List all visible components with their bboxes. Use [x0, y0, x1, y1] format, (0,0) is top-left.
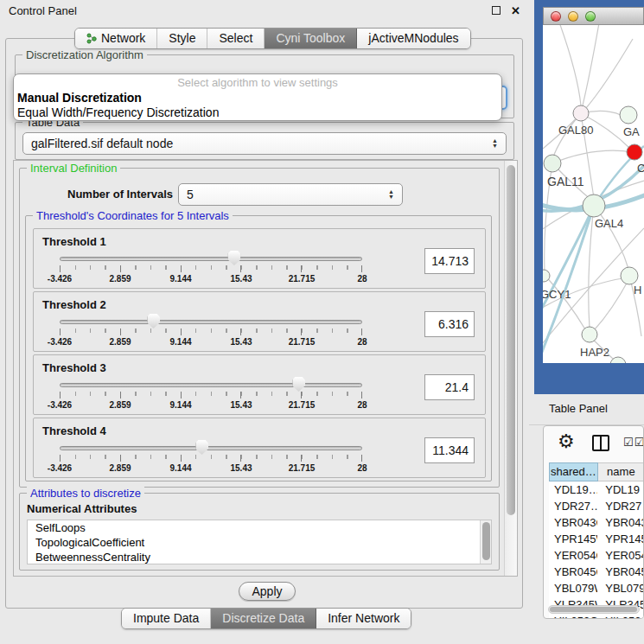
node-selected-red[interactable]: [627, 144, 642, 160]
list-scrollbar-thumb[interactable]: [482, 522, 490, 560]
node-gal11[interactable]: [544, 155, 561, 172]
tab-label: Infer Network: [328, 609, 399, 628]
node-gal80[interactable]: [573, 105, 589, 121]
tab-cyni-toolbox[interactable]: Cyni Toolbox: [265, 29, 357, 48]
tick-label: 9.144: [169, 274, 191, 284]
interval-definition-group: Interval Definition Number of Intervals …: [19, 168, 500, 488]
table-data-group: Table Data galFiltered.sif default node …: [15, 122, 514, 160]
slider-thumb[interactable]: [195, 440, 208, 455]
settings-vertical-scrollbar[interactable]: [504, 161, 517, 576]
tab-style[interactable]: Style: [157, 29, 207, 48]
number-of-intervals-value: 5: [187, 188, 194, 201]
network-canvas[interactable]: GAL80 GA C GAL11 GAL4 GCY1 H HAP2: [543, 25, 644, 363]
threshold-1-slider[interactable]: -3.4262.8599.14415.4321.71528: [60, 257, 362, 284]
tick-label: 28: [357, 274, 367, 284]
threshold-2-box: Threshold 2 -3.4262.8599.14415.4321.7152…: [33, 291, 486, 352]
column-header-shared-name[interactable]: shared…: [549, 462, 598, 481]
dropdown-option-manual[interactable]: Manual Discretization: [14, 91, 501, 105]
table-row[interactable]: YBR045CYBR045: [549, 564, 644, 580]
table-cell: YDL19…: [549, 481, 597, 498]
gear-icon[interactable]: ⚙: [558, 430, 575, 453]
tab-network[interactable]: Network: [75, 29, 157, 48]
slider-ticks: [60, 265, 362, 272]
tick-label: 9.144: [169, 400, 191, 410]
select-columns-icon[interactable]: ☑☑: [623, 436, 644, 449]
threshold-1-label: Threshold 1: [42, 235, 106, 248]
threshold-1-value-field[interactable]: 14.713: [424, 248, 475, 274]
minimize-traffic-light-icon[interactable]: [568, 11, 578, 22]
apply-button[interactable]: Apply: [239, 582, 296, 601]
cyni-toolbox-panel: Discretization Algorithm ▲▼ Select algor…: [5, 38, 523, 609]
table-row[interactable]: YER054CYER054: [549, 547, 644, 564]
dropdown-option-equal-width[interactable]: Equal Width/Frequency Discretization: [14, 105, 501, 120]
table-row[interactable]: YBL079WYBL079: [549, 580, 644, 596]
network-view-window[interactable]: GAL80 GA C GAL11 GAL4 GCY1 H HAP2: [534, 0, 644, 394]
threshold-4-label: Threshold 4: [42, 424, 106, 437]
threshold-2-slider[interactable]: -3.4262.8599.14415.4321.71528: [60, 320, 362, 348]
scrollbar-thumb[interactable]: [550, 607, 637, 612]
table-cell: YBL079: [597, 580, 644, 596]
table-row[interactable]: YDR27…YDR27: [549, 498, 644, 514]
slider-ticks: [60, 328, 362, 335]
float-window-icon[interactable]: [492, 6, 501, 15]
table-panel-header: Table Panel: [529, 394, 644, 425]
table-cell: YPR145W: [549, 531, 597, 547]
table-horizontal-scrollbar[interactable]: [548, 605, 640, 614]
threshold-3-slider[interactable]: -3.4262.8599.14415.4321.71528: [60, 383, 362, 411]
tick-label: 2.859: [109, 337, 131, 347]
threshold-4-slider[interactable]: -3.4262.8599.14415.4321.71528: [60, 446, 362, 474]
tab-impute-data[interactable]: Impute Data: [122, 609, 211, 628]
slider-thumb[interactable]: [292, 377, 305, 392]
list-scrollbar[interactable]: [480, 520, 491, 564]
close-icon[interactable]: ✕: [511, 4, 520, 17]
tab-label: jActiveMNodules: [368, 29, 458, 48]
tab-jactivemnodules[interactable]: jActiveMNodules: [357, 29, 469, 48]
threshold-3-box: Threshold 3 -3.4262.8599.14415.4321.7152…: [33, 354, 486, 415]
tab-discretize-data[interactable]: Discretize Data: [211, 609, 316, 628]
zoom-traffic-light-icon[interactable]: [585, 11, 596, 22]
node-hap2[interactable]: [582, 327, 597, 342]
list-item[interactable]: TopologicalCoefficient: [28, 535, 491, 550]
table-cell: YBR043: [597, 514, 644, 531]
slider-ticks: [60, 455, 362, 462]
network-window-titlebar: [543, 7, 644, 25]
slider-track: [60, 383, 362, 387]
table-row[interactable]: YBR043CYBR043: [549, 514, 644, 531]
scrollbar-thumb[interactable]: [507, 165, 515, 515]
table-row[interactable]: YPR145WYPR145: [549, 531, 644, 547]
tab-select[interactable]: Select: [207, 29, 265, 48]
node-top-right[interactable]: [620, 106, 637, 124]
threshold-3-value-field[interactable]: 21.4: [424, 374, 475, 400]
table-row[interactable]: YDL19…YDL19: [549, 481, 644, 498]
node-label: GAL11: [547, 175, 584, 188]
tick-label: 9.144: [169, 337, 191, 347]
threshold-4-value-field[interactable]: 11.344: [424, 437, 475, 463]
close-traffic-light-icon[interactable]: [551, 11, 561, 22]
table-row[interactable]: YIL052CYIL052: [549, 613, 644, 619]
dropdown-prompt[interactable]: Select algorithm to view settings: [14, 76, 501, 91]
tab-label: Network: [101, 29, 145, 48]
top-tabbar: Network Style Select Cyni Toolbox jActiv…: [74, 28, 471, 49]
tick-label: 28: [357, 463, 367, 473]
split-columns-icon[interactable]: [592, 435, 609, 451]
table-cell: YDL19: [597, 481, 644, 498]
tab-infer-network[interactable]: Infer Network: [316, 609, 411, 628]
node-gal4[interactable]: [583, 194, 605, 217]
node-h[interactable]: [621, 267, 638, 284]
table-data-select[interactable]: galFiltered.sif default node ▲▼: [22, 132, 507, 155]
slider-track: [60, 446, 362, 450]
list-item[interactable]: SelfLoops: [28, 520, 491, 535]
slider-thumb[interactable]: [227, 251, 240, 265]
tick-label: 28: [357, 400, 367, 410]
combo-stepper-icon: ▲▼: [492, 138, 498, 149]
tab-label: Style: [169, 29, 195, 48]
slider-thumb[interactable]: [147, 314, 160, 328]
network-graph: GAL80 GA C GAL11 GAL4 GCY1 H HAP2: [543, 25, 644, 363]
list-item[interactable]: BetweennessCentrality: [28, 550, 491, 564]
column-header-name[interactable]: name: [598, 462, 644, 481]
numerical-attributes-list[interactable]: SelfLoops TopologicalCoefficient Between…: [27, 520, 492, 564]
number-of-intervals-select[interactable]: 5 ▲▼: [178, 183, 403, 206]
thresholds-group-title: Threshold's Coordinates for 5 Intervals: [33, 209, 233, 222]
threshold-2-value-field[interactable]: 6.316: [424, 311, 475, 337]
algorithm-group-title: Discretization Algorithm: [22, 48, 147, 61]
